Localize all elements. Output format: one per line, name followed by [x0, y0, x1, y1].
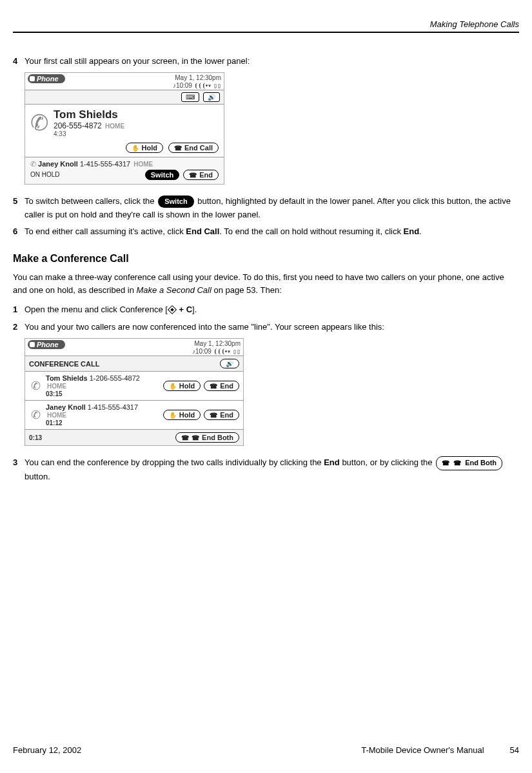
end-button[interactable]: End [183, 170, 219, 180]
hold-button[interactable]: Hold [163, 381, 201, 391]
step-text: To end either call assuming it's active,… [25, 225, 519, 239]
section-intro: You can make a three-way conference call… [13, 271, 519, 297]
caller1-number: 1-206-555-4872 [90, 374, 140, 382]
step-4: 4 Your first call still appears on your … [13, 55, 519, 68]
footer-page: 54 [510, 745, 519, 755]
end-button[interactable]: End [204, 381, 239, 391]
menu-key-icon [168, 305, 177, 314]
on-hold-label: ON HOLD [30, 171, 141, 178]
active-caller-number: 206-555-4872 [54, 121, 102, 130]
total-duration: 0:13 [29, 434, 42, 441]
end-call-button[interactable]: End Call [168, 143, 219, 153]
caller2-name: Janey Knoll [46, 403, 86, 411]
step-text: Your first call still appears on your sc… [25, 55, 519, 68]
step-text: You and your two callers are now confere… [25, 321, 519, 334]
conf-step-3: 3 You can end the conference by dropping… [13, 456, 519, 483]
step-number: 4 [13, 55, 25, 68]
footer-manual: T-Mobile Device Owner's Manual [361, 745, 484, 755]
hold-caller-tag: HOME [133, 161, 153, 168]
phone-tab: Phone [28, 340, 65, 349]
step-text: Open the menu and click Conference [ + C… [25, 303, 519, 317]
step-5: 5 To switch between callers, click the S… [13, 195, 519, 222]
active-caller-name: Tom Shields [54, 108, 124, 121]
step-text: You can end the conference by dropping t… [25, 456, 519, 483]
end-both-button-inline: End Both [436, 456, 502, 470]
end-both-button[interactable]: End Both [175, 432, 239, 443]
phone-tab: Phone [28, 74, 65, 83]
step-text: To switch between callers, click the Swi… [25, 195, 519, 222]
hold-caller-name: Janey Knoll [38, 160, 78, 168]
screenshot-two-calls: Phone May 1, 12:30pm ♪10:09 ⦗⦗⦗•▾ ▯▯ ✆ T… [25, 72, 519, 185]
caller1-duration: 03:15 [46, 390, 63, 397]
caller1-name: Tom Shields [46, 374, 88, 382]
switch-button[interactable]: Switch [145, 170, 179, 180]
speaker-icon [203, 92, 220, 102]
handset-icon: ✆ [29, 408, 42, 422]
step-6: 6 To end either call assuming it's activ… [13, 225, 519, 239]
active-call-duration: 4:33 [54, 130, 124, 137]
hold-button[interactable]: Hold [163, 410, 201, 420]
handset-icon: ✆ [30, 112, 48, 134]
handset-icon: ✆ [29, 379, 42, 393]
step-number: 3 [13, 456, 25, 483]
step-number: 1 [13, 303, 25, 317]
page-footer: February 12, 2002 T-Mobile Device Owner'… [13, 745, 519, 755]
end-button[interactable]: End [204, 410, 239, 420]
status-time: May 1, 12:30pm ♪10:09 ⦗⦗⦗•▾ ▯▯ [192, 340, 241, 356]
switch-button-inline: Switch [158, 196, 193, 208]
status-time: May 1, 12:30pm ♪10:09 ⦗⦗⦗•▾ ▯▯ [173, 74, 221, 90]
step-number: 5 [13, 195, 25, 222]
footer-date: February 12, 2002 [13, 745, 81, 755]
step-number: 2 [13, 321, 25, 334]
hold-button[interactable]: Hold [126, 143, 163, 153]
conf-step-1: 1 Open the menu and click Conference [ +… [13, 303, 519, 317]
step-number: 6 [13, 225, 25, 239]
on-hold-panel: ✆ Janey Knoll 1-415-555-4317 HOME ON HOL… [25, 157, 224, 184]
active-caller-tag: HOME [105, 123, 124, 130]
hold-caller-number: 1-415-555-4317 [80, 160, 130, 168]
caller2-number: 1-415-555-4317 [88, 403, 138, 411]
section-heading: Make a Conference Call [13, 253, 519, 265]
conference-title: CONFERENCE CALL [29, 360, 99, 368]
conf-step-2: 2 You and your two callers are now confe… [13, 321, 519, 334]
caller1-tag: HOME [47, 383, 66, 390]
keypad-icon [181, 92, 199, 102]
page-header: Making Telephone Calls [13, 19, 519, 33]
caller2-tag: HOME [47, 412, 66, 419]
screenshot-conference: Phone May 1, 12:30pm ♪10:09 ⦗⦗⦗•▾ ▯▯ CON… [25, 338, 519, 446]
caller2-duration: 01:12 [46, 419, 63, 427]
speaker-button[interactable] [220, 359, 239, 368]
